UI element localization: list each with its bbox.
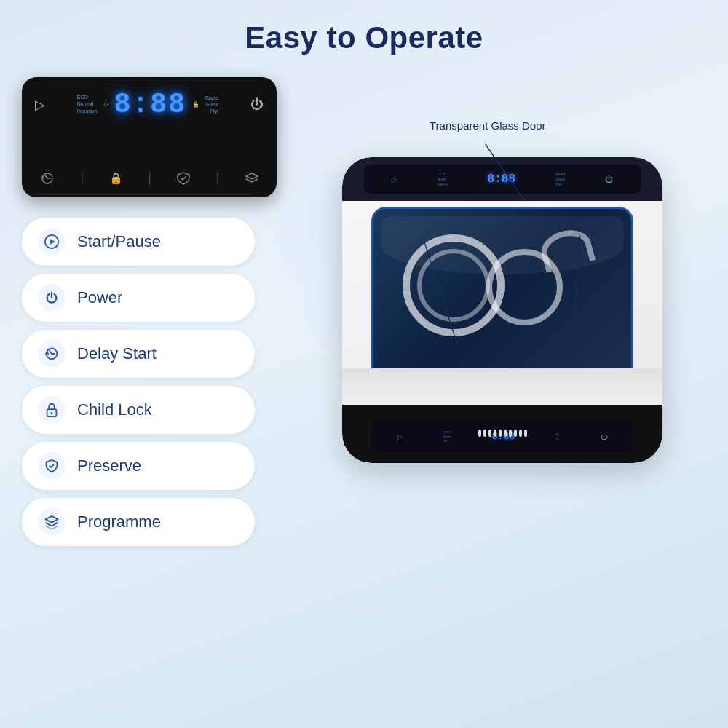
dishwasher-top-panel: ▷ ECO Norm Intens 8:88 Rapid Glass Fryt … xyxy=(342,157,662,201)
dw-vents xyxy=(379,430,626,437)
lock-icon-circle xyxy=(38,396,66,424)
layers-icon-circle xyxy=(38,508,66,536)
start-pause-icon-circle xyxy=(38,228,66,256)
divider-1: | xyxy=(80,170,84,186)
lock-icon xyxy=(44,402,60,418)
preserve-label: Preserve xyxy=(77,456,141,475)
svg-marker-3 xyxy=(50,239,55,244)
dw-white-base xyxy=(342,368,662,405)
divider-2: | xyxy=(148,170,151,186)
feature-start-pause: Start/Pause xyxy=(22,218,255,266)
feature-programme: Programme xyxy=(22,498,255,546)
svg-marker-1 xyxy=(246,173,258,179)
dw-power-icon: ⏻ xyxy=(605,175,613,183)
dw-start-icon: ▷ xyxy=(392,175,397,183)
shield-icon xyxy=(44,458,60,474)
power-icon-cp: ⏻ xyxy=(250,97,264,112)
feature-power: Power xyxy=(22,274,255,322)
layers-icon-cp xyxy=(245,172,259,185)
rapid-label: Rapid xyxy=(205,95,218,100)
start-pause-label: Start/Pause xyxy=(77,232,161,251)
svg-point-6 xyxy=(51,412,53,414)
bowl-shape xyxy=(537,225,596,273)
svg-marker-7 xyxy=(46,516,58,523)
power-label: Power xyxy=(77,288,122,307)
dishwasher-body: ▷ ECO Norm Intens 8:88 Rapid Glass Fryt … xyxy=(342,157,662,463)
power-icon-circle xyxy=(38,284,66,312)
feature-list: Start/Pause Power xyxy=(22,218,328,546)
play-icon xyxy=(44,234,60,250)
layers-icon xyxy=(44,514,60,530)
shield-icon-cp xyxy=(176,171,191,186)
feature-preserve: Preserve xyxy=(22,442,255,490)
dish-inner xyxy=(417,249,490,322)
start-icon: ▷ xyxy=(35,97,45,113)
time-display: 8:88 xyxy=(114,89,186,120)
intensive-label: Intensive xyxy=(77,108,98,114)
dw-glass-window xyxy=(371,207,633,381)
delay-icon-circle xyxy=(38,340,66,368)
right-labels: Rapid Glass Fryt xyxy=(205,95,218,114)
divider-3: | xyxy=(216,170,220,186)
normal-label: Normal xyxy=(77,101,98,107)
lock-icon-cp: 🔒 xyxy=(109,172,123,185)
delay-icon-cp xyxy=(39,172,55,185)
feature-delay-start: Delay Start xyxy=(22,330,255,378)
left-panel: ▷ ECO Normal Intensive ⊙ 8:88 🔒 xyxy=(22,70,328,703)
eco-label: ECO xyxy=(77,95,98,100)
right-panel: Transparent Glass Door Program Display C… xyxy=(328,70,706,703)
annotation-transparent-glass: Transparent Glass Door xyxy=(430,119,546,132)
dw-time-display: 8:88 xyxy=(488,173,515,186)
fryt-label: Fryt xyxy=(205,108,218,114)
dishes-container xyxy=(373,209,631,379)
content-area: ▷ ECO Normal Intensive ⊙ 8:88 🔒 xyxy=(0,70,728,703)
programme-label: Programme xyxy=(77,513,161,531)
dw-top-control-panel: ▷ ECO Norm Intens 8:88 Rapid Glass Fryt … xyxy=(364,165,641,194)
shield-icon-circle xyxy=(38,452,66,480)
delay-start-label: Delay Start xyxy=(77,344,157,363)
delay-icon xyxy=(44,346,60,362)
left-labels: ECO Normal Intensive xyxy=(77,95,98,114)
child-lock-label: Child Lock xyxy=(77,400,152,419)
control-panel-display: ▷ ECO Normal Intensive ⊙ 8:88 🔒 xyxy=(22,77,277,197)
feature-child-lock: Child Lock xyxy=(22,386,255,434)
glass-label: Glass xyxy=(205,102,218,107)
page-title: Easy to Operate xyxy=(0,0,728,55)
power-icon xyxy=(44,290,60,306)
